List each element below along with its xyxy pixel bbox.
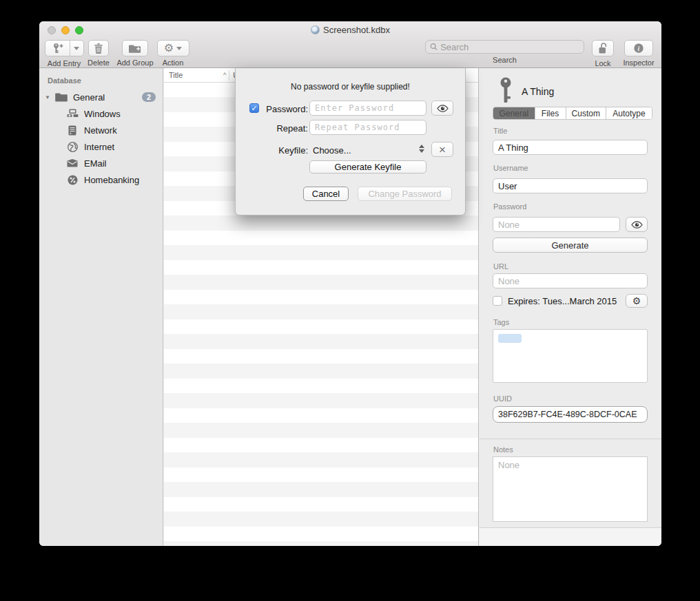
app-window: Screenshot.kdbx Add Entry Delete Add Gro… [39,21,661,546]
column-header-title[interactable]: Title [164,71,223,79]
delete-group: Delete [85,40,112,67]
sort-ascending-icon: ^ [223,72,226,78]
generate-password-button[interactable]: Generate [493,238,648,253]
add-entry-button[interactable] [45,40,84,56]
action-button[interactable]: ⚙ [157,40,189,56]
sidebar-item-label: Network [84,125,117,136]
clear-keyfile-button[interactable]: × [431,142,453,157]
tab-autotype[interactable]: Autotype [606,107,652,119]
tag-pill[interactable] [498,334,522,343]
add-entry-group: Add Entry [43,40,85,67]
inspector-panel: A Thing General Files Custom Autotype Ti… [480,68,661,546]
close-icon: × [439,144,446,156]
password-checkbox[interactable]: ✓ [249,103,259,113]
tab-files[interactable]: Files [535,107,566,119]
password-input[interactable] [309,101,426,116]
search-group: Search [425,40,584,64]
lock-group: Lock [589,40,617,67]
sidebar-item-network[interactable]: Network [39,122,163,138]
info-icon: i [633,43,644,54]
reveal-password-button[interactable] [626,217,648,232]
sidebar-item-general[interactable]: ▼ General 2 [39,89,163,105]
entry-title: A Thing [522,86,554,97]
sidebar-item-label: Internet [84,142,114,152]
lock-button[interactable] [592,40,614,56]
eye-icon [631,221,643,229]
username-field-label: Username [493,164,528,172]
password-input[interactable] [493,217,620,232]
trash-icon [94,43,103,54]
title-field-label: Title [493,127,507,135]
sidebar: Database ▼ General 2 Windows Network [39,68,163,546]
sidebar-item-internet[interactable]: Internet [39,138,163,155]
inspector-group: i Inspector [620,40,657,67]
lock-label: Lock [589,59,617,67]
inspector-footer [480,527,661,546]
envelope-icon [65,158,79,169]
repeat-label: Repeat: [260,123,308,134]
inspector-button[interactable]: i [624,40,653,56]
server-icon [65,125,79,136]
url-input[interactable] [493,273,648,288]
sidebar-item-homebanking[interactable]: Homebanking [39,171,163,188]
title-bar: Screenshot.kdbx Add Entry Delete Add Gro… [39,21,661,68]
uuid-field-label: UUID [493,394,512,403]
key-icon [498,77,513,105]
keyfile-popup[interactable]: Choose... [313,145,351,156]
title-input[interactable] [493,140,648,155]
tab-general[interactable]: General [493,107,535,119]
globe-icon [65,141,79,153]
add-entry-label: Add Entry [43,59,85,67]
action-label: Action [156,59,189,67]
sidebar-item-email[interactable]: EMail [39,155,163,171]
tags-box[interactable] [493,329,648,383]
notes-divider [480,439,661,439]
url-field-label: URL [493,262,508,271]
sidebar-item-windows[interactable]: Windows [39,105,163,122]
gear-icon: ⚙ [632,296,641,306]
tags-field-label: Tags [493,318,509,326]
uuid-input[interactable] [493,406,648,423]
unlock-icon [598,43,608,54]
folder-plus-icon [129,43,141,54]
percent-icon [65,174,79,186]
cancel-button[interactable]: Cancel [303,187,349,201]
chevron-down-icon [74,47,79,50]
add-entry-dropdown[interactable] [70,41,83,56]
notes-textarea[interactable] [493,456,648,522]
delete-label: Delete [85,59,112,67]
keyfile-label: Keyfile: [260,145,308,156]
password-field-label: Password [493,202,526,211]
chevron-down-icon [176,47,182,50]
document-proxy-icon [311,25,320,34]
repeat-password-input[interactable] [309,120,426,135]
window-title: Screenshot.kdbx [39,25,661,35]
sidebar-item-label: General [73,92,105,103]
action-group: ⚙ Action [156,40,189,67]
inspector-label: Inspector [620,59,657,67]
username-input[interactable] [493,178,648,193]
stepper-down-icon [419,149,424,153]
disclosure-triangle-icon[interactable]: ▼ [45,94,54,101]
windows-network-icon [65,108,79,120]
search-field[interactable] [425,40,584,54]
reveal-password-button[interactable] [431,101,453,116]
search-input[interactable] [440,42,579,52]
add-group-button[interactable] [122,40,148,56]
gear-icon: ⚙ [164,43,174,54]
stepper-up-icon [419,145,424,148]
add-group-group: Add Group [115,40,155,67]
check-icon: ✓ [251,104,257,113]
sheet-warning-message: No password or keyfile supplied! [236,82,465,92]
delete-button[interactable] [88,40,109,56]
change-password-button[interactable]: Change Password [358,187,452,201]
generate-keyfile-button[interactable]: Generate Keyfile [309,160,426,173]
search-label: Search [425,56,584,64]
eye-icon [437,105,449,112]
inspector-tabs: General Files Custom Autotype [493,107,652,120]
keyfile-stepper[interactable] [419,145,424,153]
expires-checkbox[interactable] [493,296,502,306]
expires-settings-button[interactable]: ⚙ [626,294,648,308]
add-group-label: Add Group [115,59,155,67]
tab-custom[interactable]: Custom [566,107,606,119]
